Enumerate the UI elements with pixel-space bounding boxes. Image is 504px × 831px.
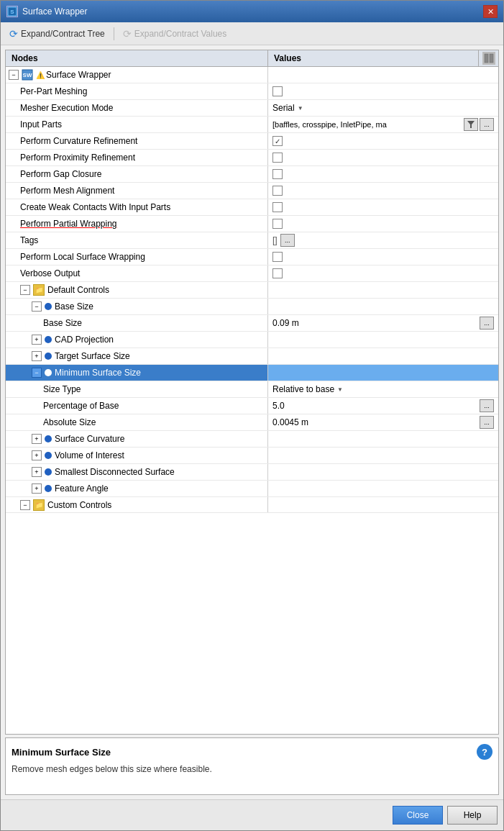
expand-btn[interactable]: − [32, 368, 42, 378]
table-row[interactable]: Perform Local Surface Wrapping [6, 249, 498, 265]
table-row[interactable]: + Feature Angle [6, 481, 498, 497]
dropdown-value[interactable]: Serial ▼ [272, 103, 494, 113]
expand-btn[interactable]: + [32, 351, 42, 361]
table-row[interactable]: − SW ⚠️ Surface Wrapper [6, 67, 498, 83]
table-row[interactable]: Perform Gap Closure [6, 166, 498, 183]
node-cell: Percentage of Base [6, 398, 268, 414]
table-row[interactable]: Percentage of Base 5.0 ... [6, 398, 498, 414]
value-cell[interactable] [268, 183, 498, 199]
expand-btn[interactable]: − [32, 301, 42, 312]
node-cell: − 📁 Custom Controls [6, 497, 268, 513]
node-cell: Perform Proximity Refinement [6, 150, 268, 165]
checkbox[interactable] [272, 268, 283, 278]
node-cell: Mesher Execution Mode [6, 100, 268, 116]
value-btn[interactable]: ... [480, 399, 494, 412]
checkbox[interactable] [272, 252, 283, 262]
node-cell: Base Size [6, 315, 268, 331]
value-cell[interactable]: 5.0 ... [268, 398, 498, 414]
value-btn[interactable]: ... [480, 416, 494, 429]
column-icon[interactable] [482, 52, 495, 65]
table-row[interactable]: + Surface Curvature [6, 431, 498, 448]
table-row[interactable]: Mesher Execution Mode Serial ▼ [6, 100, 498, 117]
expand-btn[interactable]: + [32, 467, 42, 477]
value-cell[interactable] [268, 199, 498, 215]
col-icon [478, 50, 498, 66]
table-row[interactable]: Perform Proximity Refinement [6, 150, 498, 166]
node-cell: Perform Gap Closure [6, 166, 268, 182]
expand-btn[interactable]: + [32, 450, 42, 460]
table-row[interactable]: + CAD Projection [6, 332, 498, 348]
table-row[interactable]: − 📁 Custom Controls [6, 497, 498, 513]
value-cell[interactable] [268, 216, 498, 232]
table-row[interactable]: Base Size 0.09 m ... [6, 315, 498, 332]
value-cell [268, 464, 498, 480]
table-row[interactable]: Input Parts [baffles, crosspipe, InletPi… [6, 117, 498, 133]
help-button[interactable]: Help [447, 806, 498, 825]
table-row[interactable]: Perform Partial Wrapping [6, 216, 498, 232]
node-cell: − Base Size [6, 299, 268, 314]
filter-icon-btn[interactable] [464, 118, 478, 131]
table-row[interactable]: − Base Size [6, 299, 498, 315]
table-row[interactable]: + Volume of Interest [6, 448, 498, 464]
value-cell[interactable]: [] ... [268, 232, 498, 248]
checkbox[interactable] [272, 202, 283, 212]
node-label: Custom Controls [47, 500, 111, 510]
checkbox[interactable] [272, 86, 283, 96]
table-row[interactable]: + Target Surface Size [6, 348, 498, 365]
value-cell[interactable] [268, 150, 498, 165]
table-row[interactable]: Verbose Output [6, 265, 498, 282]
table-row[interactable]: Perform Mesh Alignment [6, 183, 498, 199]
node-label: CAD Projection [55, 335, 114, 345]
close-button[interactable]: ✕ [483, 5, 498, 18]
value-cell[interactable]: Serial ▼ [268, 100, 498, 116]
value-cell[interactable] [268, 166, 498, 182]
node-cell: + Feature Angle [6, 481, 268, 496]
value-cell[interactable]: 0.0045 m ... [268, 414, 498, 430]
value-cell[interactable]: [baffles, crosspipe, InletPipe, ma ... [268, 117, 498, 132]
checkbox[interactable] [272, 153, 283, 163]
table-row[interactable]: Absolute Size 0.0045 m ... [6, 414, 498, 431]
value-cell[interactable]: Relative to base ▼ [268, 381, 498, 397]
expand-btn[interactable]: − [9, 70, 19, 80]
dot-icon [45, 435, 52, 442]
expand-contract-values-btn[interactable]: ⟳ Expand/Contract Values [120, 27, 230, 41]
node-cell: Tags [6, 232, 268, 248]
node-cell: + Target Surface Size [6, 348, 268, 364]
value-cell[interactable]: 0.09 m ... [268, 315, 498, 331]
node-label: Mesher Execution Mode [20, 103, 113, 113]
table-row[interactable]: + Smallest Disconnected Surface [6, 464, 498, 481]
expand-btn[interactable]: + [32, 335, 42, 345]
parts-text: [baffles, crosspipe, InletPipe, ma [272, 120, 462, 129]
value-btn[interactable]: ... [480, 317, 494, 330]
dropdown-value[interactable]: Relative to base ▼ [272, 384, 494, 394]
expand-btn[interactable]: − [20, 285, 30, 295]
warning-icon: ⚠️ [36, 71, 45, 79]
value-cell[interactable] [268, 265, 498, 281]
checkbox[interactable] [272, 186, 283, 196]
dot-icon [45, 468, 52, 476]
checkbox[interactable] [272, 169, 283, 179]
value-cell[interactable]: ✓ [268, 133, 498, 149]
value-cell[interactable] [268, 249, 498, 265]
node-cell: Per-Part Meshing [6, 83, 268, 99]
table-row[interactable]: Per-Part Meshing [6, 83, 498, 100]
table-row[interactable]: − 📁 Default Controls [6, 282, 498, 299]
value-cell[interactable] [268, 83, 498, 99]
expand-contract-tree-btn[interactable]: ⟳ Expand/Contract Tree [6, 27, 108, 41]
node-cell: + Volume of Interest [6, 448, 268, 463]
table-row[interactable]: Create Weak Contacts With Input Parts [6, 199, 498, 216]
checkbox[interactable] [272, 219, 283, 229]
node-cell: Absolute Size [6, 414, 268, 430]
table-row[interactable]: − Minimum Surface Size [6, 365, 498, 381]
table-row[interactable]: Tags [] ... [6, 232, 498, 249]
help-icon-btn[interactable]: ? [477, 744, 492, 760]
table-row[interactable]: Perform Curvature Refinement ✓ [6, 133, 498, 150]
table-row[interactable]: Size Type Relative to base ▼ [6, 381, 498, 398]
ellipsis-btn[interactable]: ... [480, 118, 494, 131]
checkbox[interactable]: ✓ [272, 136, 283, 146]
tags-btn[interactable]: ... [280, 234, 295, 247]
expand-btn[interactable]: + [32, 434, 42, 444]
expand-btn[interactable]: + [32, 483, 42, 494]
close-button[interactable]: Close [393, 806, 443, 825]
expand-btn[interactable]: − [20, 500, 30, 510]
